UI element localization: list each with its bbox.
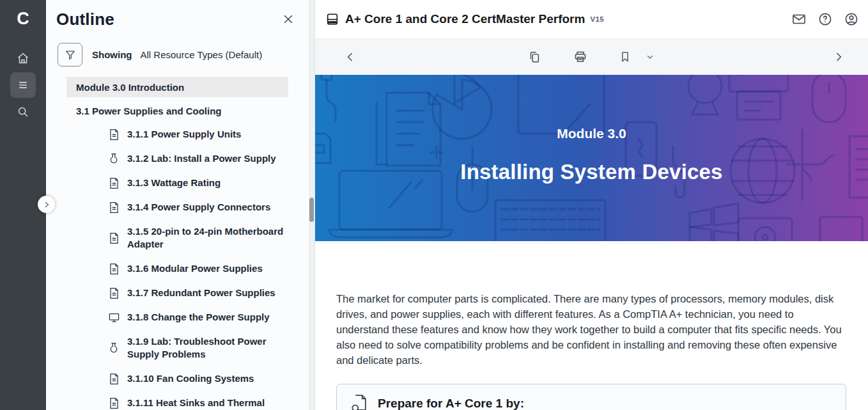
lab-flask-icon [107, 342, 120, 354]
prepare-card-title: Prepare for A+ Core 1 by: [378, 397, 524, 410]
document-icon [107, 397, 120, 409]
lab-flask-icon [107, 153, 120, 165]
main-content: A+ Core 1 and Core 2 CertMaster Perform … [314, 0, 868, 410]
mail-icon [791, 12, 807, 27]
outline-section-header[interactable]: 3.1 Power Supplies and Cooling [76, 106, 309, 116]
close-icon[interactable] [282, 13, 295, 26]
outline-item-label: 3.1.4 Power Supply Connectors [127, 201, 284, 214]
menu-icon [17, 79, 29, 91]
account-button[interactable] [844, 12, 859, 27]
outline-item-label: 3.1.8 Change the Power Supply [127, 311, 284, 324]
bookmark-icon [619, 51, 632, 63]
outline-item[interactable]: 3.1.7 Redundant Power Supplies [107, 281, 309, 305]
outline-item[interactable]: 3.1.11 Heat Sinks and Thermal [107, 391, 309, 410]
comptia-logo: C [0, 0, 46, 37]
document-icon [107, 232, 120, 244]
outline-item-label: 3.1.2 Lab: Install a Power Supply [127, 152, 284, 165]
outline-item-label: 3.1.7 Redundant Power Supplies [127, 287, 284, 299]
course-title: A+ Core 1 and Core 2 CertMaster Perform [345, 12, 585, 26]
outline-item-label: 3.1.1 Power Supply Units [127, 128, 284, 141]
outline-title: Outline [56, 10, 114, 29]
outline-item[interactable]: 3.1.5 20-pin to 24-pin Motherboard Adapt… [107, 219, 309, 256]
account-icon [844, 12, 859, 27]
document-icon [107, 177, 120, 189]
filter-button[interactable] [58, 43, 82, 67]
document-preview-icon [351, 394, 368, 410]
outline-item[interactable]: 3.1.4 Power Supply Connectors [107, 195, 309, 219]
course-version-badge: V15 [590, 15, 604, 23]
outline-list: 3.1.1 Power Supply Units 3.1.2 Lab: Inst… [46, 122, 309, 410]
course-header: A+ Core 1 and Core 2 CertMaster Perform … [315, 0, 868, 38]
outline-item[interactable]: 3.1.10 Fan Cooling Systems [107, 367, 309, 391]
document-icon [107, 129, 120, 141]
outline-panel: Outline Showing All Resource Types (Defa… [46, 0, 309, 410]
hero-title: Installing System Devices [315, 160, 868, 184]
outline-item-label: 3.1.11 Heat Sinks and Thermal [127, 397, 284, 409]
home-button[interactable] [10, 45, 36, 71]
filter-row: Showing All Resource Types (Default) [58, 43, 309, 67]
chevron-right-icon [832, 51, 845, 63]
outline-scrollbar-thumb[interactable] [309, 198, 314, 222]
printer-icon [573, 49, 588, 65]
monitor-icon [107, 311, 120, 324]
outline-item[interactable]: 3.1.2 Lab: Install a Power Supply [107, 146, 309, 171]
bookmark-button[interactable] [619, 51, 632, 63]
chevron-right-icon [43, 201, 50, 209]
document-icon [107, 373, 120, 385]
copy-icon [527, 50, 541, 64]
home-icon [16, 51, 30, 65]
outline-item[interactable]: 3.1.3 Wattage Rating [107, 171, 309, 195]
outline-item-label: 3.1.10 Fan Cooling Systems [127, 372, 284, 385]
outline-scrollbar-track[interactable] [309, 0, 314, 410]
content-outline-button[interactable] [10, 72, 36, 98]
bookmark-menu-button[interactable] [646, 52, 655, 61]
prepare-card: Prepare for A+ Core 1 by: [336, 384, 846, 410]
hero-pattern [315, 75, 868, 241]
copy-button[interactable] [527, 50, 541, 64]
filter-funnel-icon [64, 49, 77, 61]
filter-showing-label: Showing [92, 49, 132, 60]
book-icon [325, 12, 339, 26]
document-icon [107, 263, 120, 275]
chevron-left-icon [344, 51, 357, 63]
print-button[interactable] [573, 49, 588, 65]
filter-value: All Resource Types (Default) [141, 49, 263, 60]
outline-item-label: 3.1.9 Lab: Troubleshoot Power Supply Pro… [127, 335, 284, 361]
outline-item-selected[interactable]: Module 3.0 Introduction [66, 77, 288, 97]
panel-collapse-toggle[interactable] [38, 196, 55, 213]
search-icon [16, 105, 30, 119]
outline-item[interactable]: 3.1.8 Change the Power Supply [107, 305, 309, 329]
next-page-button[interactable] [832, 51, 845, 63]
outline-item[interactable]: 3.1.9 Lab: Troubleshoot Power Supply Pro… [107, 329, 309, 367]
help-icon [818, 12, 833, 27]
outline-item-label: 3.1.6 Modular Power Supplies [127, 262, 284, 275]
outline-item[interactable]: 3.1.6 Modular Power Supplies [107, 256, 309, 281]
outline-item-label: 3.1.3 Wattage Rating [127, 177, 284, 189]
reader-toolbar [315, 38, 868, 75]
document-icon [107, 287, 120, 299]
outline-item-label: 3.1.5 20-pin to 24-pin Motherboard Adapt… [127, 225, 284, 251]
chevron-down-icon [646, 52, 655, 61]
previous-page-button[interactable] [344, 51, 357, 63]
search-button[interactable] [10, 99, 36, 125]
help-button[interactable] [818, 12, 833, 27]
messages-button[interactable] [791, 12, 807, 27]
module-hero-banner: Module 3.0 Installing System Devices [315, 75, 868, 241]
hero-module-label: Module 3.0 [315, 126, 868, 141]
intro-paragraph: The market for computer parts is complic… [336, 291, 842, 368]
document-icon [107, 201, 120, 214]
outline-item[interactable]: 3.1.1 Power Supply Units [107, 122, 309, 146]
